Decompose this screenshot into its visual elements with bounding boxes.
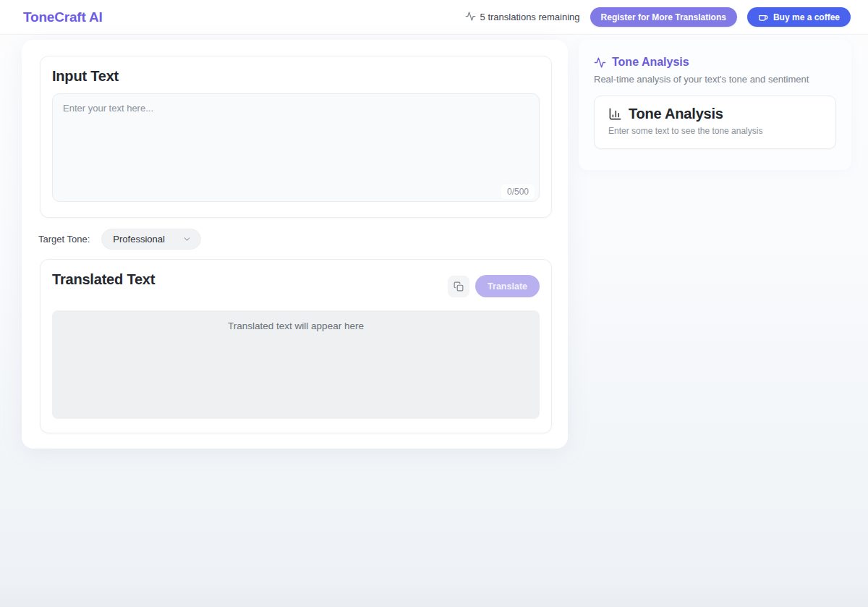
char-counter: 0/500	[501, 184, 535, 199]
translated-output-area: Translated text will appear here	[52, 310, 540, 419]
app-logo: ToneCraft AI	[23, 9, 103, 25]
tone-analysis-heading-label: Tone Analysis	[612, 56, 689, 69]
translations-remaining-label: 5 translations remaining	[480, 12, 580, 22]
tone-analysis-card: Tone Analysis Enter some text to see the…	[594, 95, 836, 149]
register-button[interactable]: Register for More Translations	[590, 7, 737, 27]
activity-icon	[594, 56, 606, 69]
chevron-down-icon	[182, 234, 192, 244]
target-tone-row: Target Tone: Professional	[38, 229, 201, 250]
app-header: ToneCraft AI 5 translations remaining Re…	[0, 0, 868, 35]
bar-chart-icon	[608, 107, 622, 121]
input-text-card: Input Text 0/500	[40, 56, 552, 218]
translated-output-placeholder: Translated text will appear here	[52, 321, 540, 331]
target-tone-selected-value: Professional	[113, 234, 165, 245]
input-textarea[interactable]	[52, 93, 540, 202]
translated-text-title: Translated Text	[52, 271, 155, 288]
tone-analysis-card-message: Enter some text to see the tone analysis	[608, 126, 822, 136]
register-button-label: Register for More Translations	[601, 12, 726, 22]
buy-coffee-button[interactable]: Buy me a coffee	[747, 7, 851, 27]
copy-icon	[454, 281, 464, 292]
translate-button[interactable]: Translate	[475, 275, 540, 297]
translated-text-header: Translated Text Translate	[52, 271, 540, 297]
tone-analysis-card-title-row: Tone Analysis	[608, 106, 822, 122]
buy-coffee-button-label: Buy me a coffee	[773, 12, 840, 22]
input-text-title: Input Text	[52, 68, 540, 85]
translated-text-card: Translated Text Translate Translated tex…	[40, 259, 552, 433]
tone-analysis-sidebar: Tone Analysis Real-time analysis of your…	[579, 40, 851, 170]
main-panel: Input Text 0/500 Target Tone: Profession…	[22, 40, 568, 449]
output-actions: Translate	[448, 275, 540, 297]
coffee-icon	[758, 12, 768, 22]
tone-analysis-heading: Tone Analysis	[594, 56, 836, 69]
copy-button[interactable]	[448, 276, 469, 297]
tone-analysis-card-title: Tone Analysis	[629, 106, 723, 122]
activity-icon	[465, 11, 476, 24]
tonecraft-app: ToneCraft AI 5 translations remaining Re…	[0, 0, 868, 607]
target-tone-label: Target Tone:	[38, 234, 90, 245]
tone-analysis-subtitle: Real-time analysis of your text's tone a…	[594, 74, 836, 85]
translations-remaining: 5 translations remaining	[465, 11, 580, 24]
target-tone-select[interactable]: Professional	[101, 229, 201, 250]
header-right-group: 5 translations remaining Register for Mo…	[465, 7, 851, 27]
input-textarea-wrap: 0/500	[52, 93, 540, 205]
